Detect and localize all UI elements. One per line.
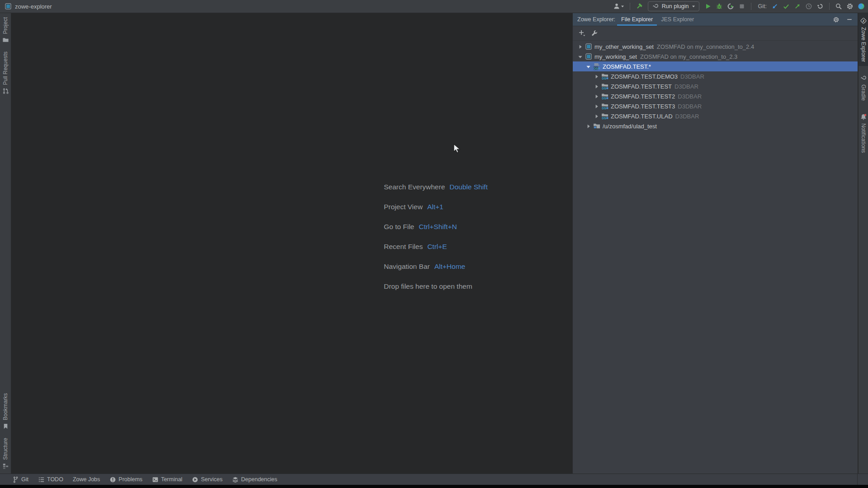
tree-row[interactable]: DSZOSMFAD.TEST.* (573, 61, 858, 71)
zowe-explorer-toolwindow: Zowe Explorer: File Explorer JES Explore… (572, 13, 858, 474)
toolwindow-button-notifications[interactable]: Notifications (859, 109, 868, 157)
user-profile-icon[interactable] (613, 3, 624, 10)
working-set-icon (585, 43, 592, 50)
toolwindow-button-label: Notifications (860, 123, 867, 153)
statusbar-item-todo[interactable]: TODO (38, 476, 63, 483)
run-play-icon[interactable] (704, 3, 712, 10)
chevron-down-icon[interactable] (585, 63, 592, 70)
statusbar-item-terminal[interactable]: Terminal (152, 476, 182, 483)
gradle-icon (860, 75, 867, 82)
chevron-right-icon[interactable] (585, 123, 592, 130)
toolwindow-button-gradle[interactable]: Gradle (859, 70, 868, 105)
statusbar-item-dependencies[interactable]: Dependencies (232, 476, 277, 483)
chevron-right-icon[interactable] (577, 43, 584, 50)
toolwindow-button-label: Bookmarks (2, 393, 9, 420)
code-with-me-sphere-icon[interactable] (858, 3, 865, 10)
chevron-down-icon[interactable] (577, 53, 584, 60)
tree-node-name: ZOSMFAD.TEST.TEST (611, 83, 672, 90)
svg-text:DS: DS (602, 117, 606, 120)
shortcut-action-label: Go to File (384, 223, 414, 230)
tab-file-explorer[interactable]: File Explorer (617, 13, 657, 26)
editor-empty-area: Search EverywhereDouble ShiftProject Vie… (11, 13, 572, 474)
statusbar-item-label: Dependencies (241, 476, 277, 483)
toolwindow-button-pull-requests[interactable]: Pull Requests (0, 47, 11, 99)
shortcut-action-label: Drop files here to open them (384, 282, 472, 290)
statusbar-item-label: Git (21, 476, 28, 483)
git-branch-icon (12, 476, 19, 483)
search-everywhere-icon[interactable] (835, 3, 842, 10)
working-set-icon (585, 53, 592, 60)
history-clock-icon[interactable] (805, 3, 812, 10)
git-commit-icon[interactable] (783, 3, 790, 10)
statusbar-item-zowe-jobs[interactable]: Zowe Jobs (73, 476, 100, 483)
shortcut-hint-row: Search EverywhereDouble Shift (384, 183, 488, 191)
tree-node-volume: D3DBAR (680, 73, 704, 80)
bookmark-icon (2, 423, 9, 430)
debug-bug-icon[interactable] (716, 3, 723, 10)
toolwindow-button-project[interactable]: Project (0, 13, 11, 47)
services-icon (192, 476, 198, 483)
tree-node-volume: D3DBAR (675, 113, 699, 120)
statusbar-item-label: Services (201, 476, 222, 483)
tree-row[interactable]: DSZOSMFAD.TEST.TEST2D3DBAR (573, 91, 858, 101)
tree-node-name: my_working_set (594, 53, 637, 60)
dataset-icon: DS (601, 83, 609, 90)
stop-icon[interactable] (738, 3, 745, 10)
svg-text:Z: Z (862, 19, 864, 23)
svg-text:DS: DS (602, 87, 606, 90)
pull-request-icon (2, 88, 9, 94)
add-working-set-icon[interactable] (578, 29, 586, 37)
shortcut-action-label: Navigation Bar (384, 263, 430, 270)
tree-node-volume: D3DBAR (675, 83, 698, 90)
tree-row[interactable]: DSZOSMFAD.TEST.ULADD3DBAR (573, 111, 858, 121)
statusbar-item-git[interactable]: Git (12, 476, 28, 483)
edit-settings-wrench-icon[interactable] (591, 30, 598, 37)
toolwindow-button-bookmarks[interactable]: Bookmarks (0, 389, 11, 434)
tree-row[interactable]: DSZOSMFAD.TEST.TEST3D3DBAR (573, 101, 858, 111)
toolwindow-title: Zowe Explorer: (573, 16, 617, 23)
toolwindow-button-zowe-explorer[interactable]: ZZowe Explorer (859, 13, 868, 66)
toolwindow-options-gear-icon[interactable] (833, 16, 840, 23)
git-update-icon[interactable] (771, 3, 778, 10)
tab-label: File Explorer (621, 16, 653, 23)
undo-icon[interactable] (816, 3, 824, 10)
title-bar: zowe-explorer Run pluginGit: (0, 0, 868, 13)
tree-row[interactable]: my_working_setZOSMFAD on my_connection_t… (573, 52, 858, 61)
shortcut-keystroke: Ctrl+E (427, 243, 447, 250)
window-title: zowe-explorer (15, 3, 52, 10)
statusbar-item-problems[interactable]: Problems (109, 476, 142, 483)
notifications-bell-icon (860, 113, 867, 121)
git-push-icon[interactable] (794, 3, 801, 10)
shortcut-hint-row: Recent FilesCtrl+E (384, 243, 488, 251)
run-configuration-combo[interactable]: Run plugin (648, 1, 699, 11)
hide-toolwindow-icon[interactable] (846, 16, 853, 23)
toolwindow-button-label: Gradle (860, 84, 867, 101)
shortcut-keystroke: Double Shift (449, 183, 487, 191)
settings-gear-icon[interactable] (846, 3, 854, 10)
tree-row[interactable]: my_other_working_setZOSMFAD on my_connec… (573, 42, 858, 52)
tree-row[interactable]: DSZOSMFAD.TEST.TESTD3DBAR (573, 81, 858, 91)
tab-jes-explorer[interactable]: JES Explorer (657, 13, 698, 26)
run-with-coverage-icon[interactable] (727, 3, 734, 10)
structure-icon (2, 463, 9, 469)
toolwindow-button-label: Zowe Explorer (860, 27, 867, 62)
right-toolwindow-stripe: ZZowe ExplorerGradleNotifications (858, 13, 868, 474)
tree-row[interactable]: DSZOSMFAD.TEST.DEMO3D3DBAR (573, 71, 858, 81)
zowe-icon: Z (860, 17, 867, 24)
svg-text:DS: DS (602, 77, 606, 80)
statusbar-item-label: Terminal (161, 476, 182, 483)
statusbar-item-services[interactable]: Services (192, 476, 222, 483)
build-hammer-icon[interactable] (636, 3, 643, 10)
stripe-spacer (0, 99, 11, 389)
bottom-screen-strip (0, 485, 868, 488)
todo-list-icon (38, 476, 45, 483)
tree-row[interactable]: /u/zosmfad/ulad_test (573, 121, 858, 131)
toolwindow-button-structure[interactable]: Structure (0, 434, 11, 474)
shortcut-action-label: Project View (384, 203, 423, 211)
chevron-right-icon[interactable] (593, 93, 600, 100)
chevron-right-icon[interactable] (593, 113, 600, 120)
chevron-right-icon[interactable] (593, 103, 600, 110)
chevron-right-icon[interactable] (593, 73, 600, 80)
chevron-right-icon[interactable] (593, 83, 600, 90)
shortcut-keystroke: Alt+Home (434, 263, 466, 270)
